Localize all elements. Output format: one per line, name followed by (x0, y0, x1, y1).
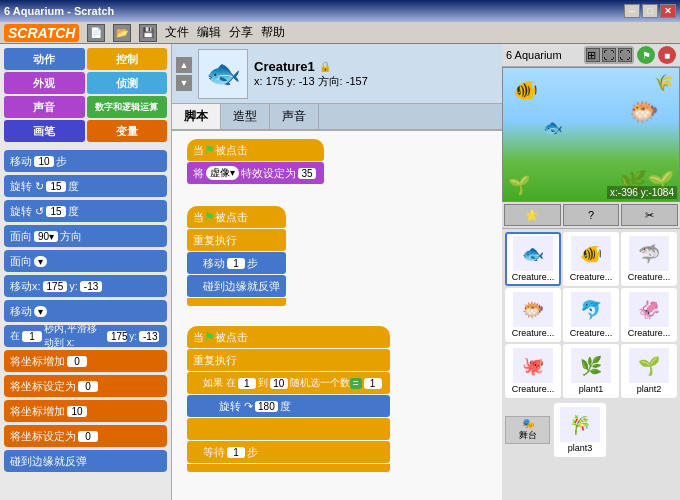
sprite-label-creature5: Creature... (570, 328, 613, 338)
scratch-logo: SCRATCH (4, 24, 79, 42)
sprite-img-creature3: 🦈 (629, 236, 669, 271)
stage-title: 6 Aquarium (506, 49, 562, 61)
block-bounce[interactable]: 碰到边缘就反弹 (4, 450, 167, 472)
blocks-palette: 动作 控制 外观 侦测 声音 数字和逻辑运算 画笔 变量 移动 10 步 旋转 … (0, 44, 172, 500)
menu-edit[interactable]: 编辑 (197, 24, 221, 41)
stage-icon-2[interactable]: ⛶ (602, 48, 616, 62)
block-goto[interactable]: 移动 ▾ (4, 300, 167, 322)
category-pen[interactable]: 画笔 (4, 120, 85, 142)
close-button[interactable]: ✕ (660, 4, 676, 18)
minimize-button[interactable]: ─ (624, 4, 640, 18)
sprite-label-creature2: Creature... (570, 272, 613, 282)
block-turn-180[interactable]: 旋转 ↷ 180 度 (187, 395, 390, 417)
sprite-img-creature1: 🐟 (513, 236, 553, 271)
sprite-item-plant3[interactable]: 🎋 plant3 (554, 403, 606, 457)
block-bounce-2[interactable]: 碰到边缘就反弹 (187, 275, 286, 297)
maximize-button[interactable]: □ (642, 4, 658, 18)
block-turn-right[interactable]: 旋转 ↻ 15 度 (4, 175, 167, 197)
sprite-img-plant2: 🌱 (629, 348, 669, 383)
stage-canvas: 🐠 🐡 🐟 🌿🌱 🌱 🌾 x:-396 y:-1084 (502, 67, 680, 202)
block-set-y[interactable]: 将坐标设定为 0 (4, 425, 167, 447)
sprite-nav-up[interactable]: ▲ (176, 57, 192, 73)
stop-button[interactable]: ■ (658, 46, 676, 64)
block-face-direction[interactable]: 面向 90▾ 方向 (4, 225, 167, 247)
block-move-steps[interactable]: 移动 10 步 (4, 150, 167, 172)
stage-label[interactable]: 🎭舞台 (505, 416, 550, 444)
hat-block-3[interactable]: 当 ⚑ 被点击 (187, 326, 390, 348)
sprite-grid: 🐟 Creature... 🐠 Creature... 🦈 Creature..… (502, 229, 680, 401)
block-face-sprite[interactable]: 面向 ▾ (4, 250, 167, 272)
save-icon[interactable]: 💾 (139, 24, 157, 42)
block-forever-2[interactable]: 重复执行 (187, 229, 286, 251)
category-looks[interactable]: 外观 (4, 72, 85, 94)
tab-scripts[interactable]: 脚本 (172, 104, 221, 129)
menu-help[interactable]: 帮助 (261, 24, 285, 41)
stage-decoration-plant3: 🌾 (654, 73, 674, 92)
stage-icon-3[interactable]: ⛶ (618, 48, 632, 62)
block-glide-xy[interactable]: 在 1 秒内,平滑移动到 x:175 y:-13 (4, 325, 167, 347)
sprite-img-creature6: 🦑 (629, 292, 669, 327)
block-if[interactable]: 如果 在 1 到 10 随机选一个数 = 1 (187, 372, 390, 394)
script-group-3: 当 ⚑ 被点击 重复执行 如果 在 1 到 10 随机选一个数 = 1 旋转 ↷… (187, 326, 390, 473)
category-sensing[interactable]: 侦测 (87, 72, 168, 94)
sprite-img-creature2: 🐠 (571, 236, 611, 271)
category-motion[interactable]: 动作 (4, 48, 85, 70)
sprite-item-creature1[interactable]: 🐟 Creature... (505, 232, 561, 286)
sprite-label-creature6: Creature... (628, 328, 671, 338)
sprite-nav-down[interactable]: ▼ (176, 75, 192, 91)
sprite-item-plant1[interactable]: 🌿 plant1 (563, 344, 619, 398)
sprite-item-creature5[interactable]: 🐬 Creature... (563, 288, 619, 342)
sprite-img-creature4: 🐡 (513, 292, 553, 327)
stage-ctrl-3[interactable]: ✂ (621, 204, 678, 226)
stage-coords: x:-396 y:-1084 (607, 186, 677, 199)
sprite-tabs: 脚本 造型 声音 (172, 104, 502, 131)
sprite-item-creature3[interactable]: 🦈 Creature... (621, 232, 677, 286)
stage-decoration-fish2: 🐡 (629, 98, 659, 126)
sprite-item-plant2[interactable]: 🌱 plant2 (621, 344, 677, 398)
hat-block-2[interactable]: 当 ⚑ 被点击 (187, 206, 286, 228)
block-forever-3[interactable]: 重复执行 (187, 349, 390, 371)
scripts-canvas[interactable]: 当 ⚑ 被点击 将 虚像▾ 特效设定为 35 当 ⚑ 被点击 重复执行 移动 1… (172, 131, 502, 500)
sprite-thumbnail: 🐟 (198, 49, 248, 99)
stage-ctrl-1[interactable]: ⭐ (504, 204, 561, 226)
stage-panel: 6 Aquarium ⊞ ⛶ ⛶ ⚑ ■ 🐠 🐡 🐟 🌿🌱 🌱 🌾 x:-396… (502, 44, 680, 500)
menu-file[interactable]: 文件 (165, 24, 189, 41)
green-flag-button[interactable]: ⚑ (637, 46, 655, 64)
open-file-icon[interactable]: 📂 (113, 24, 131, 42)
sprite-coords: x: 175 y: -13 方向: -157 (254, 74, 368, 89)
stage-header: 6 Aquarium ⊞ ⛶ ⛶ ⚑ ■ (502, 44, 680, 67)
block-turn-left[interactable]: 旋转 ↺ 15 度 (4, 200, 167, 222)
block-change-y[interactable]: 将坐标增加 10 (4, 400, 167, 422)
block-move-1[interactable]: 移动 1 步 (187, 252, 286, 274)
block-wait[interactable]: 等待 1 步 (187, 441, 390, 463)
tab-costumes[interactable]: 造型 (221, 104, 270, 129)
stage-icon-1[interactable]: ⊞ (586, 48, 600, 62)
block-set-x[interactable]: 将坐标设定为 0 (4, 375, 167, 397)
sprite-img-creature7: 🐙 (513, 348, 553, 383)
sprite-item-creature2[interactable]: 🐠 Creature... (563, 232, 619, 286)
sprite-item-creature4[interactable]: 🐡 Creature... (505, 288, 561, 342)
stage-decoration-fish3: 🐟 (543, 118, 563, 137)
block-goto-xy[interactable]: 移动x: 175 y: -13 (4, 275, 167, 297)
sprite-item-creature7[interactable]: 🐙 Creature... (505, 344, 561, 398)
stage-controls: ⊞ ⛶ ⛶ ⚑ ■ (584, 46, 676, 64)
hat-block-1[interactable]: 当 ⚑ 被点击 (187, 139, 324, 161)
category-sound[interactable]: 声音 (4, 96, 85, 118)
window-controls: ─ □ ✕ (624, 4, 676, 18)
scripts-panel: ▲ ▼ 🐟 Creature1 🔒 x: 175 y: -13 方向: -157 (172, 44, 502, 500)
category-variable[interactable]: 变量 (87, 120, 168, 142)
category-operator[interactable]: 数字和逻辑运算 (87, 96, 168, 118)
category-control[interactable]: 控制 (87, 48, 168, 70)
stage-ctrl-2[interactable]: ? (563, 204, 620, 226)
tab-sounds[interactable]: 声音 (270, 104, 319, 129)
block-change-x[interactable]: 将坐标增加 0 (4, 350, 167, 372)
block-end-if (187, 418, 390, 440)
menu-bar: SCRATCH 📄 📂 💾 文件 编辑 分享 帮助 (0, 22, 680, 44)
sprite-list: 🐟 Creature... 🐠 Creature... 🦈 Creature..… (502, 229, 680, 500)
new-file-icon[interactable]: 📄 (87, 24, 105, 42)
sprite-label-plant3: plant3 (568, 443, 593, 453)
sprite-item-creature6[interactable]: 🦑 Creature... (621, 288, 677, 342)
sprite-label-plant2: plant2 (637, 384, 662, 394)
block-set-effect[interactable]: 将 虚像▾ 特效设定为 35 (187, 162, 324, 184)
menu-share[interactable]: 分享 (229, 24, 253, 41)
